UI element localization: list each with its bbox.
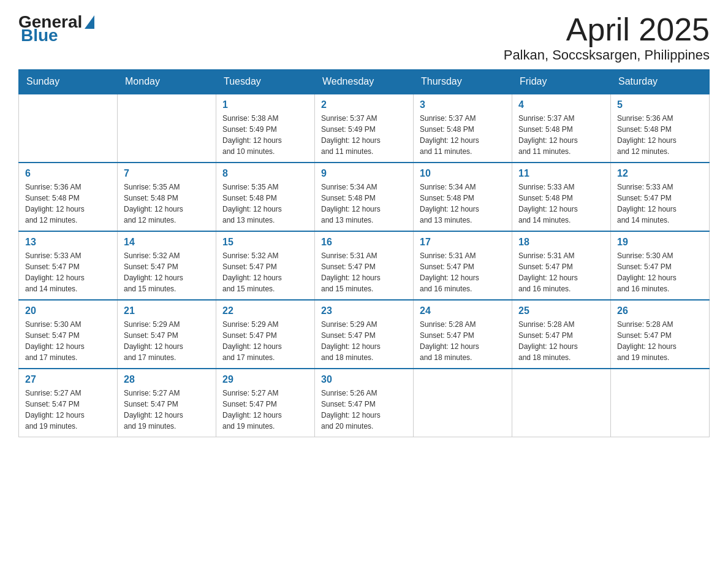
day-number: 20 xyxy=(25,305,111,316)
day-number: 3 xyxy=(420,99,506,110)
day-info: Sunrise: 5:34 AMSunset: 5:48 PMDaylight:… xyxy=(420,182,506,226)
calendar-cell: 5Sunrise: 5:36 AMSunset: 5:48 PMDaylight… xyxy=(611,94,710,163)
week-row: 27Sunrise: 5:27 AMSunset: 5:47 PMDayligh… xyxy=(19,369,710,437)
day-info: Sunrise: 5:32 AMSunset: 5:47 PMDaylight:… xyxy=(222,250,308,294)
day-number: 29 xyxy=(222,374,308,385)
calendar-cell: 9Sunrise: 5:34 AMSunset: 5:48 PMDaylight… xyxy=(315,163,414,231)
day-info: Sunrise: 5:28 AMSunset: 5:47 PMDaylight:… xyxy=(518,319,604,363)
day-number: 7 xyxy=(124,168,210,179)
calendar-cell: 24Sunrise: 5:28 AMSunset: 5:47 PMDayligh… xyxy=(414,300,512,369)
day-number: 2 xyxy=(321,99,407,110)
day-info: Sunrise: 5:27 AMSunset: 5:47 PMDaylight:… xyxy=(124,388,210,432)
calendar-cell: 22Sunrise: 5:29 AMSunset: 5:47 PMDayligh… xyxy=(216,300,315,369)
day-number: 4 xyxy=(518,99,604,110)
day-info: Sunrise: 5:37 AMSunset: 5:48 PMDaylight:… xyxy=(420,113,506,157)
day-info: Sunrise: 5:33 AMSunset: 5:48 PMDaylight:… xyxy=(518,182,604,226)
day-number: 13 xyxy=(25,237,111,248)
day-number: 26 xyxy=(617,305,703,316)
day-info: Sunrise: 5:32 AMSunset: 5:47 PMDaylight:… xyxy=(124,250,210,294)
page-title: April 2025 xyxy=(504,12,710,47)
day-number: 23 xyxy=(321,305,407,316)
day-info: Sunrise: 5:27 AMSunset: 5:47 PMDaylight:… xyxy=(222,388,308,432)
calendar-cell xyxy=(512,369,611,437)
week-row: 20Sunrise: 5:30 AMSunset: 5:47 PMDayligh… xyxy=(19,300,710,369)
calendar-cell: 3Sunrise: 5:37 AMSunset: 5:48 PMDaylight… xyxy=(414,94,512,163)
calendar-day-header: Saturday xyxy=(611,70,710,94)
day-info: Sunrise: 5:35 AMSunset: 5:48 PMDaylight:… xyxy=(124,182,210,226)
calendar-cell: 12Sunrise: 5:33 AMSunset: 5:47 PMDayligh… xyxy=(611,163,710,231)
calendar-cell: 1Sunrise: 5:38 AMSunset: 5:49 PMDaylight… xyxy=(216,94,315,163)
calendar-cell: 19Sunrise: 5:30 AMSunset: 5:47 PMDayligh… xyxy=(611,231,710,300)
day-info: Sunrise: 5:31 AMSunset: 5:47 PMDaylight:… xyxy=(420,250,506,294)
day-info: Sunrise: 5:34 AMSunset: 5:48 PMDaylight:… xyxy=(321,182,407,226)
day-info: Sunrise: 5:37 AMSunset: 5:49 PMDaylight:… xyxy=(321,113,407,157)
day-number: 18 xyxy=(518,237,604,248)
day-number: 19 xyxy=(617,237,703,248)
calendar-cell: 4Sunrise: 5:37 AMSunset: 5:48 PMDaylight… xyxy=(512,94,611,163)
calendar-cell xyxy=(611,369,710,437)
day-info: Sunrise: 5:28 AMSunset: 5:47 PMDaylight:… xyxy=(420,319,506,363)
logo-triangle-icon xyxy=(85,15,94,29)
calendar-cell: 10Sunrise: 5:34 AMSunset: 5:48 PMDayligh… xyxy=(414,163,512,231)
day-number: 11 xyxy=(518,168,604,179)
calendar-header-row: SundayMondayTuesdayWednesdayThursdayFrid… xyxy=(19,70,710,94)
calendar-cell: 23Sunrise: 5:29 AMSunset: 5:47 PMDayligh… xyxy=(315,300,414,369)
day-info: Sunrise: 5:36 AMSunset: 5:48 PMDaylight:… xyxy=(25,182,111,226)
calendar-cell: 29Sunrise: 5:27 AMSunset: 5:47 PMDayligh… xyxy=(216,369,315,437)
day-number: 24 xyxy=(420,305,506,316)
calendar-cell xyxy=(19,94,118,163)
calendar-cell: 17Sunrise: 5:31 AMSunset: 5:47 PMDayligh… xyxy=(414,231,512,300)
calendar-cell: 26Sunrise: 5:28 AMSunset: 5:47 PMDayligh… xyxy=(611,300,710,369)
week-row: 13Sunrise: 5:33 AMSunset: 5:47 PMDayligh… xyxy=(19,231,710,300)
day-number: 21 xyxy=(124,305,210,316)
day-number: 1 xyxy=(222,99,308,110)
day-number: 27 xyxy=(25,374,111,385)
day-info: Sunrise: 5:29 AMSunset: 5:47 PMDaylight:… xyxy=(222,319,308,363)
day-info: Sunrise: 5:30 AMSunset: 5:47 PMDaylight:… xyxy=(25,319,111,363)
day-info: Sunrise: 5:26 AMSunset: 5:47 PMDaylight:… xyxy=(321,388,407,432)
logo-blue-text: Blue xyxy=(18,26,58,45)
day-info: Sunrise: 5:28 AMSunset: 5:47 PMDaylight:… xyxy=(617,319,703,363)
day-number: 9 xyxy=(321,168,407,179)
day-info: Sunrise: 5:33 AMSunset: 5:47 PMDaylight:… xyxy=(25,250,111,294)
day-info: Sunrise: 5:29 AMSunset: 5:47 PMDaylight:… xyxy=(321,319,407,363)
day-number: 12 xyxy=(617,168,703,179)
calendar-cell: 13Sunrise: 5:33 AMSunset: 5:47 PMDayligh… xyxy=(19,231,118,300)
calendar-day-header: Monday xyxy=(118,70,216,94)
calendar-cell: 18Sunrise: 5:31 AMSunset: 5:47 PMDayligh… xyxy=(512,231,611,300)
calendar-cell: 11Sunrise: 5:33 AMSunset: 5:48 PMDayligh… xyxy=(512,163,611,231)
calendar-cell: 6Sunrise: 5:36 AMSunset: 5:48 PMDaylight… xyxy=(19,163,118,231)
day-info: Sunrise: 5:29 AMSunset: 5:47 PMDaylight:… xyxy=(124,319,210,363)
calendar-day-header: Sunday xyxy=(19,70,118,94)
day-number: 30 xyxy=(321,374,407,385)
day-info: Sunrise: 5:27 AMSunset: 5:47 PMDaylight:… xyxy=(25,388,111,432)
day-number: 16 xyxy=(321,237,407,248)
calendar-cell: 8Sunrise: 5:35 AMSunset: 5:48 PMDaylight… xyxy=(216,163,315,231)
week-row: 6Sunrise: 5:36 AMSunset: 5:48 PMDaylight… xyxy=(19,163,710,231)
day-number: 14 xyxy=(124,237,210,248)
calendar-cell: 21Sunrise: 5:29 AMSunset: 5:47 PMDayligh… xyxy=(118,300,216,369)
calendar-cell: 2Sunrise: 5:37 AMSunset: 5:49 PMDaylight… xyxy=(315,94,414,163)
day-info: Sunrise: 5:36 AMSunset: 5:48 PMDaylight:… xyxy=(617,113,703,157)
calendar-table: SundayMondayTuesdayWednesdayThursdayFrid… xyxy=(18,69,710,437)
day-number: 15 xyxy=(222,237,308,248)
calendar-cell: 7Sunrise: 5:35 AMSunset: 5:48 PMDaylight… xyxy=(118,163,216,231)
week-row: 1Sunrise: 5:38 AMSunset: 5:49 PMDaylight… xyxy=(19,94,710,163)
calendar-day-header: Wednesday xyxy=(315,70,414,94)
calendar-day-header: Tuesday xyxy=(216,70,315,94)
day-number: 25 xyxy=(518,305,604,316)
calendar-cell: 27Sunrise: 5:27 AMSunset: 5:47 PMDayligh… xyxy=(19,369,118,437)
logo: General Blue xyxy=(18,12,94,45)
day-info: Sunrise: 5:38 AMSunset: 5:49 PMDaylight:… xyxy=(222,113,308,157)
calendar-cell: 20Sunrise: 5:30 AMSunset: 5:47 PMDayligh… xyxy=(19,300,118,369)
calendar-day-header: Thursday xyxy=(414,70,512,94)
day-info: Sunrise: 5:30 AMSunset: 5:47 PMDaylight:… xyxy=(617,250,703,294)
day-number: 6 xyxy=(25,168,111,179)
day-info: Sunrise: 5:31 AMSunset: 5:47 PMDaylight:… xyxy=(321,250,407,294)
day-number: 28 xyxy=(124,374,210,385)
calendar-cell xyxy=(118,94,216,163)
page-header: General Blue April 2025 Palkan, Soccsksa… xyxy=(18,12,710,63)
title-block: April 2025 Palkan, Soccsksargen, Philipp… xyxy=(504,12,710,63)
day-info: Sunrise: 5:31 AMSunset: 5:47 PMDaylight:… xyxy=(518,250,604,294)
calendar-cell: 14Sunrise: 5:32 AMSunset: 5:47 PMDayligh… xyxy=(118,231,216,300)
